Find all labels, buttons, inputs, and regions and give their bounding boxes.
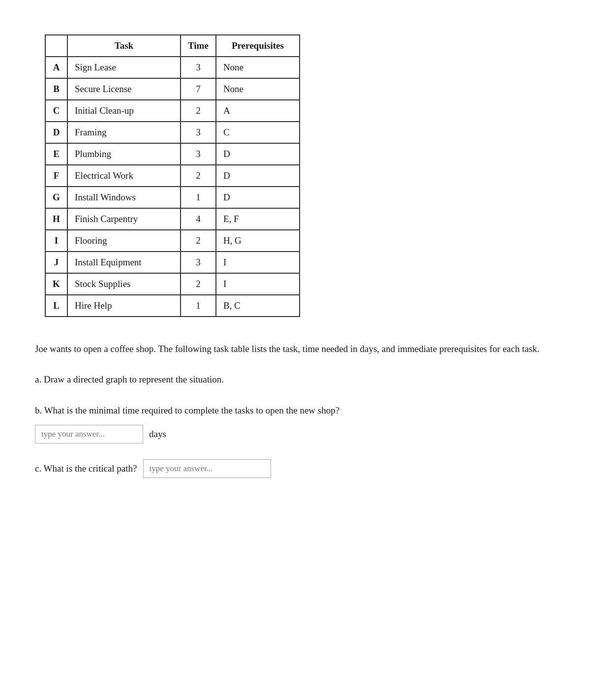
row-prerequisites: E, F — [216, 208, 300, 230]
table-row: LHire Help1B, C — [45, 295, 300, 317]
row-task: Finish Carpentry — [67, 208, 181, 230]
row-id: H — [45, 208, 67, 230]
row-task: Install Windows — [67, 187, 181, 208]
question-c-row: c. What is the critical path? — [35, 459, 576, 478]
row-time: 2 — [181, 273, 216, 295]
row-id: B — [45, 78, 67, 100]
question-c-label: c. What is the critical path? — [35, 463, 137, 474]
row-id: F — [45, 165, 67, 187]
row-task: Install Equipment — [67, 252, 181, 273]
question-b-input[interactable] — [35, 425, 143, 444]
table-row: ASign Lease3None — [45, 57, 300, 78]
row-prerequisites: D — [216, 187, 300, 208]
row-id: G — [45, 187, 67, 208]
row-prerequisites: A — [216, 100, 300, 122]
header-time: Time — [181, 35, 216, 57]
row-time: 3 — [181, 122, 216, 143]
question-b-block: b. What is the minimal time required to … — [35, 403, 576, 444]
row-prerequisites: C — [216, 122, 300, 143]
row-task: Secure License — [67, 78, 181, 100]
table-row: IFlooring2H, G — [45, 230, 300, 252]
row-id: L — [45, 295, 67, 317]
row-prerequisites: I — [216, 273, 300, 295]
table-row: JInstall Equipment3I — [45, 252, 300, 273]
row-time: 1 — [181, 187, 216, 208]
row-id: E — [45, 143, 67, 165]
table-row: CInitial Clean-up2A — [45, 100, 300, 122]
row-id: I — [45, 230, 67, 252]
question-a-block: a. Draw a directed graph to represent th… — [35, 372, 576, 387]
table-row: DFraming3C — [45, 122, 300, 143]
page-container: Task Time Prerequisites ASign Lease3None… — [35, 20, 576, 478]
row-task: Stock Supplies — [67, 273, 181, 295]
question-c-input[interactable] — [143, 459, 271, 478]
header-task: Task — [67, 35, 181, 57]
row-prerequisites: I — [216, 252, 300, 273]
row-task: Flooring — [67, 230, 181, 252]
row-task: Initial Clean-up — [67, 100, 181, 122]
header-prerequisites: Prerequisites — [216, 35, 300, 57]
row-id: D — [45, 122, 67, 143]
row-time: 4 — [181, 208, 216, 230]
row-time: 2 — [181, 230, 216, 252]
task-table: Task Time Prerequisites ASign Lease3None… — [45, 34, 300, 317]
question-a-label: a. Draw a directed graph to represent th… — [35, 372, 576, 387]
row-prerequisites: B, C — [216, 295, 300, 317]
table-row: HFinish Carpentry4E, F — [45, 208, 300, 230]
row-id: K — [45, 273, 67, 295]
table-row: FElectrical Work2D — [45, 165, 300, 187]
row-time: 2 — [181, 100, 216, 122]
row-time: 3 — [181, 57, 216, 78]
header-id — [45, 35, 67, 57]
row-task: Sign Lease — [67, 57, 181, 78]
question-b-label: b. What is the minimal time required to … — [35, 403, 576, 418]
table-row: BSecure License7None — [45, 78, 300, 100]
row-time: 2 — [181, 165, 216, 187]
row-id: A — [45, 57, 67, 78]
row-time: 3 — [181, 252, 216, 273]
days-label: days — [149, 429, 166, 440]
row-task: Electrical Work — [67, 165, 181, 187]
row-task: Hire Help — [67, 295, 181, 317]
row-task: Plumbing — [67, 143, 181, 165]
row-id: J — [45, 252, 67, 273]
row-time: 7 — [181, 78, 216, 100]
row-prerequisites: None — [216, 78, 300, 100]
row-task: Framing — [67, 122, 181, 143]
row-prerequisites: None — [216, 57, 300, 78]
row-prerequisites: H, G — [216, 230, 300, 252]
row-id: C — [45, 100, 67, 122]
table-row: GInstall Windows1D — [45, 187, 300, 208]
table-row: KStock Supplies2I — [45, 273, 300, 295]
question-c-block: c. What is the critical path? — [35, 459, 576, 478]
description-text: Joe wants to open a coffee shop. The fol… — [35, 342, 576, 356]
row-time: 3 — [181, 143, 216, 165]
row-time: 1 — [181, 295, 216, 317]
row-prerequisites: D — [216, 165, 300, 187]
question-b-answer-row: days — [35, 425, 576, 444]
row-prerequisites: D — [216, 143, 300, 165]
table-row: EPlumbing3D — [45, 143, 300, 165]
